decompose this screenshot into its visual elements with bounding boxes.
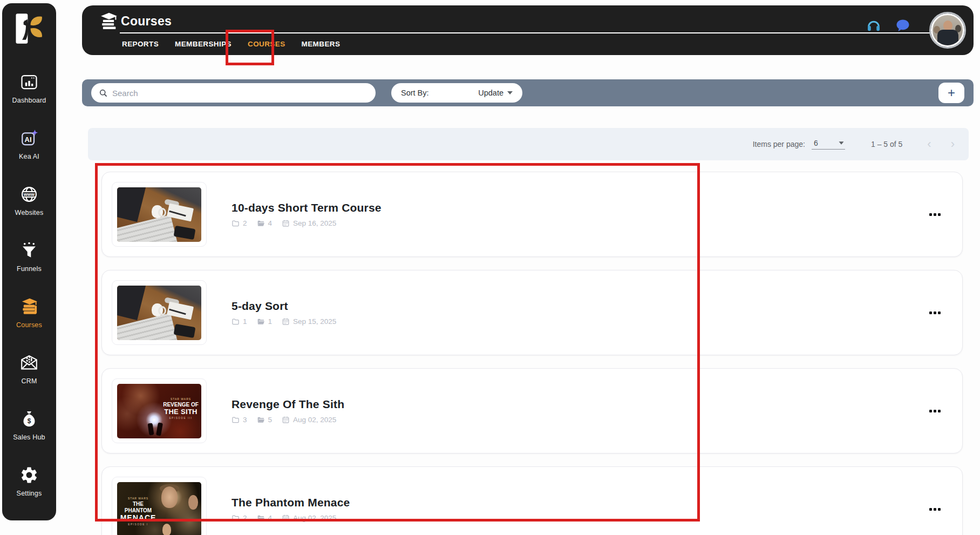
sidebar-item-crm[interactable]: CRM	[2, 338, 56, 394]
sidebar-item-courses[interactable]: Courses	[2, 282, 56, 338]
sidebar-item-kea-ai[interactable]: AI Kea AI	[2, 113, 56, 170]
title-divider	[120, 32, 933, 33]
course-card[interactable]: STAR WARS REVENGE OF THE SITH EPISODE II…	[101, 368, 963, 453]
search-icon	[99, 89, 108, 98]
course-title: 10-days Short Term Course	[232, 201, 382, 214]
items-per-page-label: Items per page:	[753, 140, 805, 148]
sidebar-item-funnels[interactable]: Funnels	[2, 226, 56, 282]
svg-text:www: www	[23, 192, 35, 197]
kea-logo-icon	[12, 13, 46, 49]
page-header: Courses REPORTS MEMBERSHIPS COURSES MEMB…	[82, 5, 974, 55]
course-card[interactable]: STAR WARS THE PHANTOM MENACE EPISODE I T…	[101, 466, 963, 535]
sidebar-item-label: CRM	[21, 377, 37, 385]
sidebar-item-label: Courses	[16, 321, 42, 329]
course-thumbnail: STAR WARS THE PHANTOM MENACE EPISODE I	[112, 477, 207, 535]
folder-icon	[232, 219, 240, 227]
pagination-bar: Items per page: 6 1 – 5 of 5 ‹ ›	[88, 128, 969, 160]
search-box	[91, 83, 376, 103]
phantom-poster-thumbnail: STAR WARS THE PHANTOM MENACE EPISODE I	[117, 482, 201, 535]
course-list: 10-days Short Term Course 2 4 Sep 16, 20…	[101, 172, 963, 535]
course-title: 5-day Sort	[232, 300, 336, 313]
lessons-count: 4	[257, 219, 273, 227]
sort-value: Update	[478, 89, 503, 97]
avatar[interactable]	[931, 13, 964, 47]
money-bag-icon: $	[18, 408, 40, 430]
calendar-icon	[282, 317, 290, 326]
calendar-icon	[282, 416, 290, 424]
search-input[interactable]	[112, 89, 368, 98]
desk-photo-thumbnail	[117, 286, 201, 340]
modules-count: 3	[232, 416, 247, 424]
lessons-count: 1	[257, 317, 273, 326]
sidebar-item-label: Dashboard	[12, 97, 46, 104]
next-page-button[interactable]: ›	[951, 138, 955, 150]
items-per-page-value: 6	[814, 139, 818, 147]
calendar-icon	[282, 514, 290, 522]
course-thumbnail	[112, 280, 207, 345]
tab-reports[interactable]: REPORTS	[120, 37, 161, 51]
folder-open-icon	[257, 317, 265, 326]
courses-icon	[98, 11, 119, 32]
sidebar-item-dashboard[interactable]: Dashboard	[2, 57, 56, 113]
prev-page-button[interactable]: ‹	[927, 138, 931, 150]
page-nav: ‹ ›	[927, 138, 955, 150]
items-per-page-select[interactable]: 6	[812, 139, 845, 150]
chevron-down-icon	[507, 91, 513, 94]
tab-courses[interactable]: COURSES	[246, 37, 288, 51]
header-actions	[866, 17, 911, 33]
sith-poster-thumbnail: STAR WARS REVENGE OF THE SITH EPISODE II…	[117, 384, 201, 438]
chat-icon[interactable]	[895, 17, 911, 33]
course-date: Aug 02, 2025	[282, 514, 336, 522]
course-card[interactable]: 10-days Short Term Course 2 4 Sep 16, 20…	[101, 172, 963, 257]
course-thumbnail: STAR WARS REVENGE OF THE SITH EPISODE II…	[112, 378, 207, 443]
course-thumbnail	[112, 182, 207, 247]
sort-label: Sort By:	[401, 89, 429, 97]
modules-count: 1	[232, 317, 247, 326]
course-date: Sep 16, 2025	[282, 219, 336, 227]
page-range: 1 – 5 of 5	[871, 140, 902, 148]
tab-members[interactable]: MEMBERS	[300, 37, 343, 51]
folder-icon	[232, 416, 240, 424]
sidebar-item-settings[interactable]: Settings	[2, 450, 56, 506]
folder-open-icon	[257, 514, 265, 522]
course-date: Aug 02, 2025	[282, 416, 336, 424]
sidebar: Dashboard AI Kea AI www Websites	[2, 3, 56, 520]
course-date: Sep 15, 2025	[282, 317, 336, 326]
sidebar-item-sales-hub[interactable]: $ Sales Hub	[2, 394, 56, 450]
course-card[interactable]: 5-day Sort 1 1 Sep 15, 2025	[101, 270, 963, 355]
desk-photo-thumbnail	[117, 187, 201, 242]
globe-icon: www	[18, 184, 40, 205]
lessons-count: 4	[257, 514, 273, 522]
sidebar-item-label: Sales Hub	[13, 434, 45, 441]
page-title: Courses	[121, 14, 172, 29]
folder-icon	[232, 514, 240, 522]
chevron-down-icon	[839, 141, 843, 144]
course-menu-button[interactable]	[929, 307, 941, 319]
crm-icon	[18, 352, 40, 374]
headset-icon[interactable]	[866, 17, 882, 33]
svg-text:$: $	[28, 417, 31, 425]
course-title: The Phantom Menace	[232, 496, 350, 509]
folder-open-icon	[257, 219, 265, 227]
folder-open-icon	[257, 416, 265, 424]
lessons-count: 5	[257, 416, 273, 424]
sidebar-item-label: Websites	[15, 209, 44, 216]
sort-dropdown[interactable]: Sort By: Update	[391, 83, 522, 103]
header-tabs: REPORTS MEMBERSHIPS COURSES MEMBERS	[120, 37, 342, 51]
tab-memberships[interactable]: MEMBERSHIPS	[173, 37, 234, 51]
calendar-icon	[282, 219, 290, 227]
folder-icon	[232, 317, 240, 326]
modules-count: 2	[232, 219, 247, 227]
course-menu-button[interactable]	[929, 405, 941, 417]
sidebar-item-label: Funnels	[17, 265, 42, 273]
course-title: Revenge Of The Sith	[232, 398, 344, 411]
svg-text:AI: AI	[25, 136, 32, 144]
course-menu-button[interactable]	[929, 504, 941, 515]
add-course-button[interactable]: +	[938, 83, 964, 103]
gear-icon	[18, 464, 40, 486]
sidebar-item-label: Settings	[17, 490, 42, 497]
ai-icon: AI	[18, 127, 40, 149]
funnel-icon	[18, 240, 40, 261]
course-menu-button[interactable]	[929, 209, 941, 220]
sidebar-item-websites[interactable]: www Websites	[2, 170, 56, 226]
